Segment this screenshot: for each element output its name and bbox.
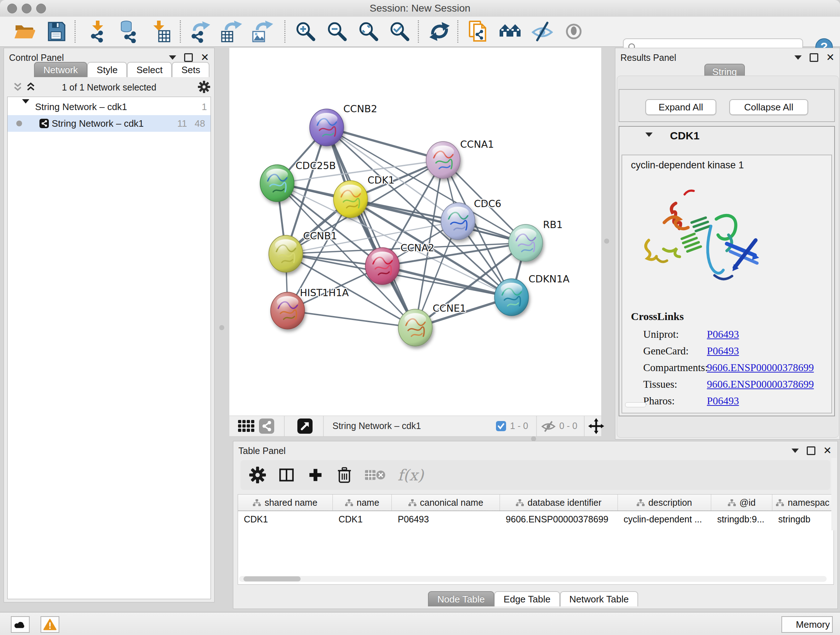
column-header-id[interactable]: @id: [711, 494, 772, 510]
grid-view-icon[interactable]: [238, 420, 255, 432]
network-node-CCNA2[interactable]: [365, 248, 399, 285]
crosslink-genecard[interactable]: P06493: [707, 345, 739, 357]
table-cell-namespac[interactable]: stringdb: [772, 511, 834, 527]
gear-icon: [249, 466, 266, 484]
float-panel-icon[interactable]: [810, 53, 818, 62]
expand-all-button[interactable]: Expand All: [645, 99, 716, 115]
tab-style[interactable]: Style: [87, 62, 127, 77]
column-header-canonical-name[interactable]: canonical name: [392, 494, 500, 510]
memory-button[interactable]: Memory: [782, 616, 833, 633]
network-node-HIST1H1A[interactable]: [271, 292, 305, 329]
export-image-button[interactable]: [250, 19, 274, 43]
zoom-fit-icon: [357, 20, 380, 43]
scrollbar-thumb[interactable]: [243, 576, 301, 581]
network-node-CCNB2[interactable]: [309, 109, 344, 146]
close-panel-icon[interactable]: ✕: [826, 54, 835, 61]
tab-sets[interactable]: Sets: [172, 62, 210, 77]
network-collection-row[interactable]: String Network – cdk1 1: [8, 98, 210, 115]
crosslink-compartments[interactable]: 9606.ENSP00000378699: [707, 362, 814, 374]
tab-node-table[interactable]: Node Table: [428, 591, 494, 606]
table-cell-database-identifier[interactable]: 9606.ENSP00000378699: [500, 511, 618, 527]
column-header-description[interactable]: description: [618, 494, 712, 510]
import-network-database-button[interactable]: [117, 19, 141, 43]
network-node-CCNE1[interactable]: [398, 309, 432, 346]
close-panel-icon[interactable]: ✕: [823, 447, 832, 454]
zoom-in-button[interactable]: [294, 19, 317, 43]
clone-network-button[interactable]: [466, 19, 490, 43]
fit-selected-crosshair-icon[interactable]: [588, 418, 604, 434]
crosslink-pharos[interactable]: P06493: [707, 395, 739, 407]
import-network-file-button[interactable]: [86, 19, 110, 43]
network-overview-icon[interactable]: [259, 418, 274, 434]
panel-menu-icon[interactable]: [169, 55, 176, 60]
close-panel-icon[interactable]: ✕: [201, 54, 209, 61]
results-scrollbar-thumb[interactable]: [625, 402, 646, 407]
save-session-button[interactable]: [44, 19, 68, 43]
column-header-name[interactable]: name: [333, 494, 392, 510]
import-table-file-button[interactable]: [148, 19, 172, 43]
zoom-fit-button[interactable]: [357, 19, 381, 43]
network-node-CDK1[interactable]: [333, 181, 368, 218]
show-all-button[interactable]: [562, 19, 586, 43]
network-edge-ccne1-hist1h1a[interactable]: [287, 310, 415, 328]
collapse-all-button[interactable]: Collapse All: [729, 99, 808, 115]
eye-slash-icon: [531, 20, 554, 43]
network-row-selected[interactable]: String Network – cdk1 11 48: [8, 115, 210, 132]
network-canvas[interactable]: CCNB2CCNA1CDC25BCDK1CDC6RB1CCNB1CCNA2CDK…: [229, 48, 601, 416]
panel-menu-icon[interactable]: [791, 448, 799, 453]
warnings-button[interactable]: [41, 616, 59, 633]
table-cell-description[interactable]: cyclin-dependent ...: [618, 511, 712, 527]
network-node-RB1[interactable]: [508, 225, 543, 261]
network-node-CDC25B[interactable]: [260, 165, 294, 202]
panel-menu-icon[interactable]: [794, 55, 802, 60]
network-node-CDKN1A[interactable]: [494, 279, 529, 316]
zoom-selected-button[interactable]: [388, 19, 412, 43]
export-table-button[interactable]: [219, 19, 243, 43]
table-row[interactable]: CDK1CDK1P064939606.ENSP00000378699cyclin…: [238, 511, 834, 527]
float-panel-icon[interactable]: [807, 447, 815, 455]
right-splitter-handle[interactable]: [604, 239, 609, 244]
table-horizontal-scrollbar[interactable]: [239, 576, 827, 582]
table-cell-canonical-name[interactable]: P06493: [392, 511, 500, 527]
table-vertical-scrollbar[interactable]: [831, 458, 837, 530]
network-node-CCNB1[interactable]: [269, 235, 303, 272]
column-header-namespac[interactable]: namespac: [772, 494, 834, 510]
column-header-database-identifier[interactable]: database identifier: [500, 494, 618, 510]
crosslink-uniprot[interactable]: P06493: [707, 328, 739, 340]
hidden-eye-slash-icon[interactable]: [541, 421, 556, 432]
zoom-out-button[interactable]: [325, 19, 349, 43]
update-network-button[interactable]: [428, 19, 452, 43]
tab-edge-table[interactable]: Edge Table: [494, 591, 560, 606]
delete-column-button[interactable]: [335, 466, 354, 485]
hide-selected-button[interactable]: [531, 19, 554, 43]
selected-checkbox-icon[interactable]: [496, 421, 506, 431]
column-header-shared-name[interactable]: shared name: [238, 494, 333, 510]
table-cell-shared-name[interactable]: CDK1: [238, 511, 333, 527]
tab-network-table[interactable]: Network Table: [560, 591, 638, 606]
gene-entry-header[interactable]: CDK1: [619, 127, 834, 143]
network-selection-status: 1 of 1 Network selected: [4, 82, 214, 93]
show-columns-button[interactable]: [278, 466, 295, 485]
tree-expand-icon[interactable]: [22, 103, 29, 115]
cloud-status-button[interactable]: [11, 616, 30, 633]
table-cell-name[interactable]: CDK1: [333, 511, 392, 527]
open-in-window-icon[interactable]: [297, 418, 313, 434]
table-settings-button[interactable]: [248, 466, 267, 485]
collapse-entry-icon[interactable]: [645, 133, 653, 137]
export-network-button[interactable]: [188, 19, 212, 43]
create-column-button[interactable]: [306, 466, 325, 485]
hierarchy-icon: [637, 499, 645, 506]
network-node-CDC6[interactable]: [441, 203, 475, 240]
open-session-button[interactable]: [13, 19, 36, 43]
table-cell-id[interactable]: stringdb:9...: [711, 511, 772, 527]
first-neighbors-button[interactable]: [499, 19, 523, 43]
tab-network[interactable]: Network: [34, 62, 87, 77]
crosslink-tissues[interactable]: 9606.ENSP00000378699: [707, 378, 814, 390]
tab-select[interactable]: Select: [127, 62, 172, 77]
network-node-CCNA1[interactable]: [426, 141, 460, 179]
left-splitter-handle[interactable]: [219, 325, 224, 330]
gear-icon[interactable]: [198, 81, 210, 93]
bottom-splitter-handle[interactable]: [531, 436, 536, 441]
float-panel-icon[interactable]: [184, 53, 193, 62]
crosslinks-heading: CrossLinks: [631, 310, 684, 323]
